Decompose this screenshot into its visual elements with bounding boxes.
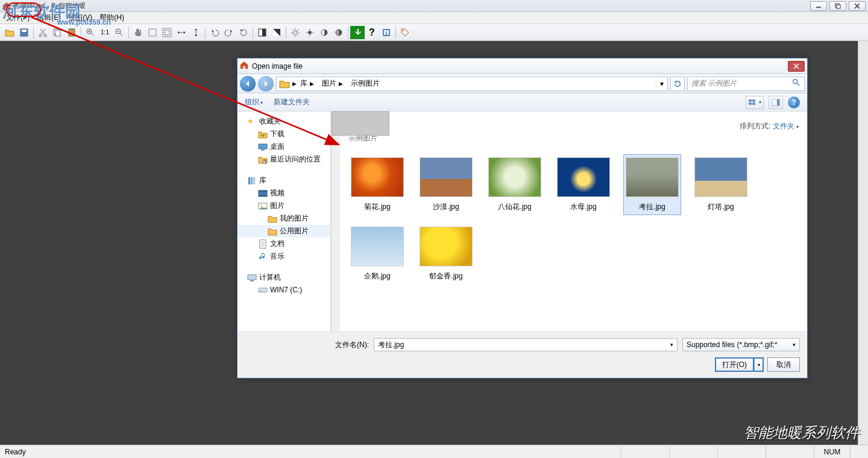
zoom-11-icon[interactable]: 1:1 bbox=[98, 26, 112, 39]
svg-point-42 bbox=[260, 204, 262, 206]
rotate-icon[interactable] bbox=[236, 26, 251, 39]
pan-icon[interactable] bbox=[131, 26, 145, 39]
help-icon[interactable]: ? bbox=[365, 26, 379, 39]
zoom-in-icon[interactable] bbox=[83, 26, 98, 39]
sidebar-desktop[interactable]: 桌面 bbox=[237, 140, 330, 153]
thumbnail-image bbox=[420, 227, 473, 266]
menu-edit[interactable]: 编辑(E) bbox=[33, 11, 64, 24]
search-input[interactable]: 搜索 示例图片 bbox=[687, 77, 805, 91]
zoom-out-icon[interactable] bbox=[112, 26, 127, 39]
sidebar-documents[interactable]: 文档 bbox=[237, 237, 330, 250]
file-thumb[interactable]: 企鹅.jpg bbox=[348, 224, 406, 284]
contrast-up-icon[interactable] bbox=[317, 26, 332, 39]
menu-help[interactable]: 帮助(H) bbox=[96, 11, 128, 24]
open-icon[interactable] bbox=[2, 26, 17, 39]
svg-rect-33 bbox=[261, 149, 265, 151]
select-all-icon[interactable] bbox=[160, 26, 174, 39]
sidebar-computer[interactable]: 计算机 bbox=[237, 271, 330, 284]
close-button[interactable] bbox=[849, 1, 866, 11]
cut-icon[interactable] bbox=[36, 26, 50, 39]
menu-file[interactable]: 文件(F) bbox=[2, 11, 33, 24]
toolbar-newfolder[interactable]: 新建文件夹 bbox=[274, 97, 310, 107]
bright-down-icon[interactable] bbox=[303, 26, 317, 39]
contrast-down-icon[interactable] bbox=[332, 26, 346, 39]
breadcrumb[interactable]: ▶ 库 ▶ 图片 ▶ 示例图片 ▾ bbox=[276, 77, 668, 91]
dialog-title: Open image file bbox=[252, 62, 303, 71]
crumb-pictures[interactable]: 图片 ▶ bbox=[318, 78, 347, 89]
sidebar-pictures[interactable]: 图片 bbox=[237, 199, 330, 212]
file-thumb[interactable]: 沙漠.jpg bbox=[417, 154, 475, 215]
copy-icon[interactable] bbox=[50, 26, 64, 39]
svg-rect-1 bbox=[837, 5, 840, 8]
sidebar-videos[interactable]: 视频 bbox=[237, 187, 330, 199]
minimize-button[interactable] bbox=[810, 1, 827, 11]
bright-up-icon[interactable] bbox=[288, 26, 303, 39]
svg-rect-12 bbox=[149, 29, 156, 36]
sidebar-drive-c[interactable]: WIN7 (C:) bbox=[237, 284, 330, 296]
crumb-dropdown-icon[interactable]: ▾ bbox=[656, 80, 667, 88]
sidebar-downloads[interactable]: 下载 bbox=[237, 128, 330, 140]
filter-dropdown-icon[interactable]: ▾ bbox=[793, 342, 796, 348]
contrast1-icon[interactable] bbox=[255, 26, 269, 39]
preview-pane-button[interactable] bbox=[769, 96, 783, 109]
nav-refresh-button[interactable] bbox=[670, 77, 685, 91]
svg-rect-40 bbox=[259, 195, 267, 196]
app-title: 图形转Cad - By智能地暖 bbox=[13, 1, 86, 10]
select-rect-icon[interactable] bbox=[145, 26, 160, 39]
sidebar-my-pictures[interactable]: 我的图片 bbox=[237, 212, 330, 225]
paste-icon[interactable] bbox=[64, 26, 79, 39]
thumbnail-label: 郁金香.jpg bbox=[429, 271, 462, 281]
svg-point-24 bbox=[403, 30, 404, 31]
file-thumb[interactable]: 水母.jpg bbox=[555, 154, 612, 215]
contrast2-icon[interactable] bbox=[269, 26, 284, 39]
maximize-button[interactable] bbox=[829, 1, 846, 11]
sidebar-scrollbar[interactable] bbox=[331, 111, 340, 331]
nav-forward-button[interactable] bbox=[258, 76, 274, 92]
sort-control[interactable]: 排列方式: 文件夹 ▾ bbox=[740, 121, 799, 131]
file-thumb[interactable]: 考拉.jpg bbox=[623, 154, 681, 215]
view-button[interactable]: ▾ bbox=[746, 96, 764, 109]
nav-back-button[interactable] bbox=[240, 76, 256, 92]
download-icon[interactable] bbox=[350, 26, 365, 39]
sidebar-public-pictures[interactable]: 公用图片 bbox=[237, 225, 330, 237]
toolbar-organize[interactable]: 组织 bbox=[245, 97, 263, 107]
app-titlebar: 图形转Cad - By智能地暖 bbox=[0, 0, 868, 12]
file-thumb[interactable]: 郁金香.jpg bbox=[417, 224, 475, 284]
dialog-close-button[interactable] bbox=[788, 61, 805, 72]
undo-icon[interactable] bbox=[207, 26, 222, 39]
file-thumb[interactable]: 菊花.jpg bbox=[348, 154, 406, 215]
file-thumb[interactable]: 八仙花.jpg bbox=[486, 154, 544, 215]
redo-icon[interactable] bbox=[222, 26, 236, 39]
thumbnail-image bbox=[351, 157, 404, 197]
thumbnail-label: 水母.jpg bbox=[570, 202, 596, 212]
save-icon[interactable] bbox=[17, 26, 31, 39]
thumbnail-label: 菊花.jpg bbox=[364, 202, 390, 212]
file-thumb[interactable]: 灯塔.jpg bbox=[692, 154, 750, 215]
cancel-button[interactable]: 取消 bbox=[767, 357, 800, 372]
dialog-bottom: 文件名(N): 考拉.jpg ▾ Supported files (*.bmp;… bbox=[237, 331, 807, 378]
crumb-lib[interactable]: 库 ▶ bbox=[297, 78, 318, 89]
statusbar: Ready NUM bbox=[0, 445, 868, 458]
filename-input[interactable]: 考拉.jpg ▾ bbox=[374, 338, 678, 351]
open-button[interactable]: 打开(O) bbox=[715, 357, 754, 372]
crumb-sample[interactable]: 示例图片 bbox=[347, 78, 384, 89]
tag-icon[interactable] bbox=[398, 26, 412, 39]
vertical-scrollbar[interactable] bbox=[858, 41, 868, 445]
file-filter[interactable]: Supported files (*.bmp;*.gif;* ▾ bbox=[682, 338, 800, 351]
sidebar-recent[interactable]: 最近访问的位置 bbox=[237, 153, 330, 166]
sidebar-music[interactable]: 音乐 bbox=[237, 250, 330, 263]
flip-v-icon[interactable] bbox=[189, 26, 203, 39]
breadcrumb-folder-icon bbox=[279, 78, 290, 89]
sidebar-libraries[interactable]: 库 bbox=[237, 174, 330, 187]
file-list: 图片库 示例图片 排列方式: 文件夹 ▾ 菊花.jpg沙漠.jpg八仙花.jpg… bbox=[340, 111, 807, 331]
dialog-titlebar[interactable]: Open image file bbox=[237, 58, 807, 74]
svg-rect-36 bbox=[251, 177, 253, 184]
flip-h-icon[interactable] bbox=[174, 26, 189, 39]
dialog-help-button[interactable]: ? bbox=[788, 96, 800, 108]
info-icon[interactable]: i bbox=[379, 26, 394, 39]
menu-view[interactable]: 视图(V) bbox=[64, 11, 96, 24]
open-button-dropdown[interactable]: ▾ bbox=[754, 357, 764, 372]
thumbnail-label: 企鹅.jpg bbox=[364, 271, 390, 281]
sidebar-favorites[interactable]: ★收藏夹 bbox=[237, 115, 330, 128]
filename-dropdown-icon[interactable]: ▾ bbox=[670, 342, 673, 348]
